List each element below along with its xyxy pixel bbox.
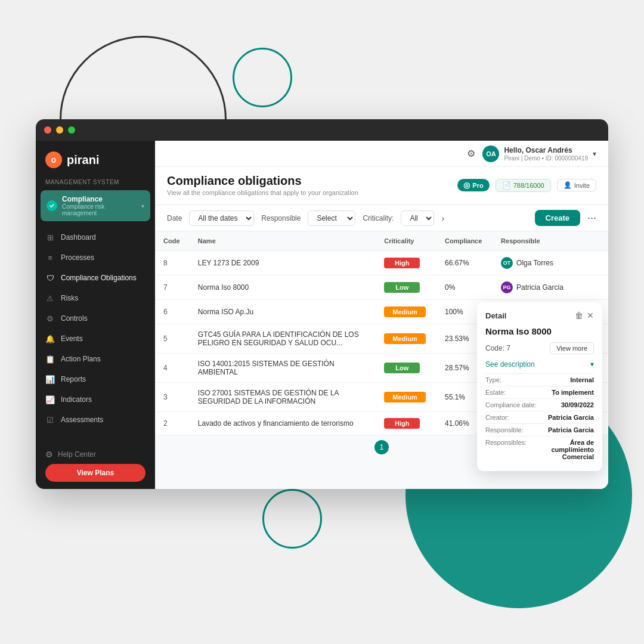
- sidebar-item-events[interactable]: 🔔 Events: [36, 329, 155, 349]
- filter-right-arrow[interactable]: ›: [441, 213, 444, 223]
- logo-icon: o: [45, 151, 62, 168]
- settings-icon[interactable]: ⚙: [467, 148, 475, 159]
- user-text: Hello, Oscar Andrés Pirani | Demo • ID: …: [504, 146, 588, 162]
- help-center-label: Help Center: [58, 450, 96, 459]
- detail-field-key: Responsible:: [485, 426, 524, 434]
- maximize-dot[interactable]: [68, 126, 75, 134]
- decorative-circle-4: [262, 489, 322, 549]
- detail-fields: Type:InternalEstate:To implementComplian…: [485, 373, 594, 463]
- dashboard-label: Dashboard: [61, 233, 96, 242]
- minimize-dot[interactable]: [56, 126, 63, 134]
- help-icon: ⚙: [45, 450, 53, 459]
- close-dot[interactable]: [44, 126, 51, 134]
- risks-label: Risks: [61, 294, 78, 302]
- view-plans-button[interactable]: View Plans: [45, 464, 145, 482]
- detail-field-row: Responsibles:Área de cumplimiento Comerc…: [485, 436, 594, 463]
- page-title: Compliance obligations: [167, 174, 358, 188]
- sidebar-item-controls[interactable]: ⚙ Controls: [36, 308, 155, 329]
- logo-letter: o: [51, 155, 57, 165]
- help-center[interactable]: ⚙ Help Center: [45, 445, 145, 464]
- table-row[interactable]: 8 LEY 1273 DE 2009 High 66.67% OTOlga To…: [155, 251, 608, 275]
- sidebar-item-action-plans[interactable]: 📋 Action Plans: [36, 349, 155, 369]
- cell-name: ISO 27001 SISTEMAS DE GESTIÓN DE LA SEGU…: [190, 383, 376, 412]
- sidebar-item-risks[interactable]: ⚠ Risks: [36, 288, 155, 308]
- alert-icon: ⚠: [45, 293, 55, 303]
- table-row[interactable]: 7 Norma Iso 8000 Low 0% PGPatricia Garci…: [155, 275, 608, 300]
- cell-code: 3: [155, 383, 190, 412]
- cell-name: GTC45 GUÍA PARA LA IDENTIFICACIÓN DE LOS…: [190, 324, 376, 354]
- page-header: Compliance obligations View all the comp…: [155, 167, 608, 205]
- header-badges: ◎ Pro 📄 788/16000 👤 Invite: [457, 179, 596, 192]
- invite-icon: 👤: [564, 181, 572, 189]
- cell-responsible: PGPatricia Garcia: [493, 275, 608, 300]
- more-options-button[interactable]: ···: [587, 212, 596, 224]
- detail-field-row: Estate:To implement: [485, 386, 594, 398]
- user-chevron-icon[interactable]: ▾: [593, 150, 596, 158]
- col-responsible: Responsible: [493, 231, 608, 251]
- compliance-text: Compliance Compliance risk management: [62, 195, 137, 216]
- logo-text: pirani: [67, 153, 99, 167]
- cell-responsible: OTOlga Torres: [493, 251, 608, 275]
- detail-field-key: Responsibles:: [485, 439, 527, 460]
- assessments-label: Assessments: [61, 416, 103, 424]
- criticality-filter-select[interactable]: All: [401, 210, 434, 226]
- create-button[interactable]: Create: [535, 210, 580, 226]
- cell-code: 7: [155, 275, 190, 300]
- top-header: ⚙ OA Hello, Oscar Andrés Pirani | Demo •…: [155, 141, 608, 167]
- user-info: OA Hello, Oscar Andrés Pirani | Demo • I…: [482, 145, 596, 162]
- pro-icon: ◎: [463, 181, 470, 190]
- see-description-label: See description: [485, 360, 535, 369]
- cell-criticality: High: [376, 251, 436, 275]
- cell-code: 6: [155, 300, 190, 324]
- sidebar-item-processes[interactable]: ≡ Processes: [36, 247, 155, 268]
- detail-field-value: Internal: [570, 376, 594, 383]
- cell-criticality: Low: [376, 275, 436, 300]
- detail-close-button[interactable]: ✕: [587, 311, 594, 320]
- detail-panel: Detail 🗑 ✕ Norma Iso 8000 Code: 7 View m…: [477, 302, 602, 471]
- cell-criticality: Medium: [376, 324, 436, 354]
- detail-field-value: Patricia Garcia: [548, 414, 594, 421]
- cell-code: 5: [155, 324, 190, 354]
- sidebar-item-dashboard[interactable]: ⊞ Dashboard: [36, 227, 155, 247]
- invite-label: Invite: [574, 182, 590, 189]
- detail-field-key: Creator:: [485, 414, 509, 421]
- browser-bar: [36, 119, 608, 141]
- bell-icon: 🔔: [45, 334, 55, 343]
- date-filter-label: Date: [167, 214, 182, 222]
- sidebar-item-compliance[interactable]: 🛡 Compliance Obligations: [36, 268, 155, 288]
- view-more-button[interactable]: View more: [550, 342, 594, 354]
- page-1-button[interactable]: 1: [374, 440, 389, 454]
- detail-actions: 🗑 ✕: [575, 311, 594, 320]
- cell-code: 4: [155, 354, 190, 383]
- processes-label: Processes: [61, 253, 94, 262]
- browser-window: o pirani Management system Compliance Co…: [36, 119, 608, 489]
- trending-up-icon: 📈: [45, 395, 55, 404]
- cell-name: Norma ISO Ap.Ju: [190, 300, 376, 324]
- invite-badge[interactable]: 👤 Invite: [557, 179, 596, 191]
- list-icon: ≡: [45, 253, 55, 262]
- compliance-active-item[interactable]: Compliance Compliance risk management ▾: [41, 190, 150, 221]
- col-code: Code: [155, 231, 190, 251]
- see-description[interactable]: See description ▾: [485, 360, 594, 369]
- clipboard-icon: 📋: [45, 354, 55, 364]
- sidebar-item-indicators[interactable]: 📈 Indicators: [36, 389, 155, 410]
- docs-icon: 📄: [502, 181, 511, 190]
- detail-name: Norma Iso 8000: [485, 326, 594, 336]
- action-plans-label: Action Plans: [61, 355, 101, 363]
- detail-field-row: Compliance date:30/09/2022: [485, 398, 594, 411]
- filter-bar: Date All the dates Responsible Select Cr…: [155, 205, 608, 231]
- grid-icon: ⊞: [45, 233, 55, 242]
- detail-delete-button[interactable]: 🗑: [575, 311, 583, 320]
- cell-name: LEY 1273 DE 2009: [190, 251, 376, 275]
- sidebar-item-assessments[interactable]: ☑ Assessments: [36, 410, 155, 430]
- sidebar-item-reports[interactable]: 📊 Reports: [36, 369, 155, 389]
- pro-badge: ◎ Pro: [457, 179, 489, 191]
- responsible-filter-select[interactable]: Select: [308, 210, 355, 226]
- docs-count: 788/16000: [513, 182, 544, 189]
- cell-criticality: High: [376, 412, 436, 435]
- detail-field-key: Type:: [485, 376, 501, 383]
- compliance-chevron: ▾: [141, 203, 144, 209]
- app-layout: o pirani Management system Compliance Co…: [36, 141, 608, 489]
- date-filter-select[interactable]: All the dates: [189, 210, 254, 226]
- logo-area: o pirani: [36, 141, 155, 173]
